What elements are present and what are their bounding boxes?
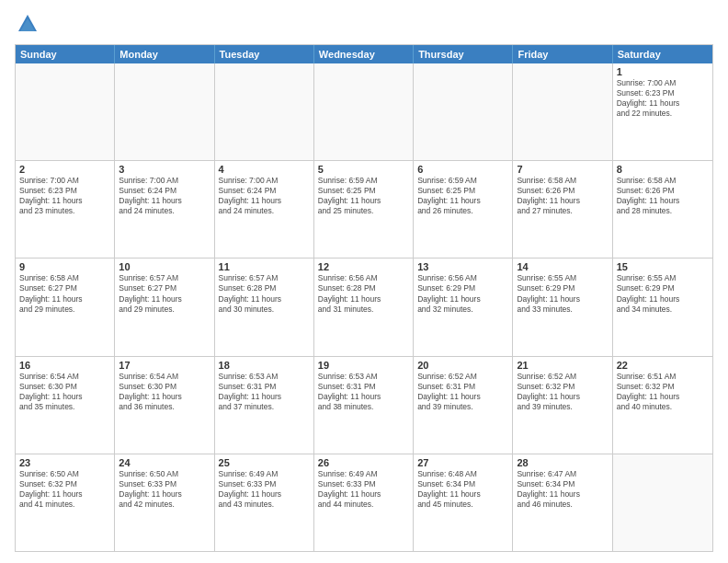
day-cell-14: 14Sunrise: 6:55 AM Sunset: 6:29 PM Dayli… xyxy=(513,259,612,355)
day-info: Sunrise: 6:52 AM Sunset: 6:32 PM Dayligh… xyxy=(517,372,608,412)
calendar-row-1: 2Sunrise: 7:00 AM Sunset: 6:23 PM Daylig… xyxy=(16,160,712,258)
day-cell-5: 5Sunrise: 6:59 AM Sunset: 6:25 PM Daylig… xyxy=(314,161,414,258)
day-info: Sunrise: 6:58 AM Sunset: 6:26 PM Dayligh… xyxy=(517,176,608,216)
day-cell-28: 28Sunrise: 6:47 AM Sunset: 6:34 PM Dayli… xyxy=(513,454,612,551)
day-info: Sunrise: 6:49 AM Sunset: 6:33 PM Dayligh… xyxy=(318,469,409,510)
day-cell-13: 13Sunrise: 6:56 AM Sunset: 6:29 PM Dayli… xyxy=(414,259,513,355)
day-cell-8: 8Sunrise: 6:58 AM Sunset: 6:26 PM Daylig… xyxy=(613,161,712,258)
day-info: Sunrise: 6:52 AM Sunset: 6:31 PM Dayligh… xyxy=(417,372,508,412)
day-number: 4 xyxy=(219,164,310,175)
day-number: 24 xyxy=(119,457,210,468)
empty-cell-0-4 xyxy=(414,63,513,160)
header xyxy=(15,11,713,37)
calendar-row-3: 16Sunrise: 6:54 AM Sunset: 6:30 PM Dayli… xyxy=(16,356,712,454)
day-info: Sunrise: 6:49 AM Sunset: 6:33 PM Dayligh… xyxy=(219,469,310,510)
header-day-monday: Monday xyxy=(115,45,214,63)
day-number: 8 xyxy=(617,164,709,175)
day-cell-24: 24Sunrise: 6:50 AM Sunset: 6:33 PM Dayli… xyxy=(115,454,214,551)
logo xyxy=(15,11,44,37)
day-cell-26: 26Sunrise: 6:49 AM Sunset: 6:33 PM Dayli… xyxy=(314,454,414,551)
calendar: SundayMondayTuesdayWednesdayThursdayFrid… xyxy=(15,44,713,552)
day-number: 23 xyxy=(19,457,110,468)
day-number: 19 xyxy=(318,360,409,371)
header-day-tuesday: Tuesday xyxy=(215,45,314,63)
day-number: 6 xyxy=(417,164,508,175)
day-cell-16: 16Sunrise: 6:54 AM Sunset: 6:30 PM Dayli… xyxy=(16,357,115,454)
day-number: 12 xyxy=(318,261,409,272)
empty-cell-0-1 xyxy=(115,63,214,160)
empty-cell-4-6 xyxy=(613,454,712,551)
day-cell-19: 19Sunrise: 6:53 AM Sunset: 6:31 PM Dayli… xyxy=(314,357,414,454)
day-info: Sunrise: 6:57 AM Sunset: 6:27 PM Dayligh… xyxy=(119,273,210,314)
day-info: Sunrise: 6:58 AM Sunset: 6:27 PM Dayligh… xyxy=(19,273,110,314)
day-cell-23: 23Sunrise: 6:50 AM Sunset: 6:32 PM Dayli… xyxy=(16,454,115,551)
day-cell-7: 7Sunrise: 6:58 AM Sunset: 6:26 PM Daylig… xyxy=(513,161,612,258)
day-cell-18: 18Sunrise: 6:53 AM Sunset: 6:31 PM Dayli… xyxy=(215,357,314,454)
day-cell-4: 4Sunrise: 7:00 AM Sunset: 6:24 PM Daylig… xyxy=(215,161,314,258)
logo-icon xyxy=(15,11,40,37)
day-info: Sunrise: 6:51 AM Sunset: 6:32 PM Dayligh… xyxy=(617,372,709,412)
day-number: 20 xyxy=(417,360,508,371)
day-cell-17: 17Sunrise: 6:54 AM Sunset: 6:30 PM Dayli… xyxy=(115,357,214,454)
calendar-body: 1Sunrise: 7:00 AM Sunset: 6:23 PM Daylig… xyxy=(16,63,712,551)
day-info: Sunrise: 6:50 AM Sunset: 6:32 PM Dayligh… xyxy=(19,469,110,510)
day-cell-21: 21Sunrise: 6:52 AM Sunset: 6:32 PM Dayli… xyxy=(513,357,612,454)
calendar-row-2: 9Sunrise: 6:58 AM Sunset: 6:27 PM Daylig… xyxy=(16,258,712,355)
day-info: Sunrise: 6:56 AM Sunset: 6:28 PM Dayligh… xyxy=(318,273,409,314)
page: SundayMondayTuesdayWednesdayThursdayFrid… xyxy=(0,0,728,563)
day-cell-10: 10Sunrise: 6:57 AM Sunset: 6:27 PM Dayli… xyxy=(115,259,214,355)
day-number: 27 xyxy=(417,457,508,468)
day-info: Sunrise: 7:00 AM Sunset: 6:23 PM Dayligh… xyxy=(617,78,709,119)
day-number: 22 xyxy=(617,360,709,371)
day-number: 2 xyxy=(19,164,110,175)
day-number: 17 xyxy=(119,360,210,371)
empty-cell-0-0 xyxy=(16,63,115,160)
day-info: Sunrise: 6:58 AM Sunset: 6:26 PM Dayligh… xyxy=(617,176,709,216)
calendar-row-4: 23Sunrise: 6:50 AM Sunset: 6:32 PM Dayli… xyxy=(16,454,712,551)
empty-cell-0-2 xyxy=(215,63,314,160)
day-info: Sunrise: 7:00 AM Sunset: 6:24 PM Dayligh… xyxy=(119,176,210,216)
header-day-thursday: Thursday xyxy=(414,45,513,63)
header-day-sunday: Sunday xyxy=(16,45,115,63)
day-number: 16 xyxy=(19,360,110,371)
day-cell-12: 12Sunrise: 6:56 AM Sunset: 6:28 PM Dayli… xyxy=(314,259,414,355)
day-number: 26 xyxy=(318,457,409,468)
day-cell-27: 27Sunrise: 6:48 AM Sunset: 6:34 PM Dayli… xyxy=(414,454,513,551)
day-cell-1: 1Sunrise: 7:00 AM Sunset: 6:23 PM Daylig… xyxy=(613,63,712,160)
day-number: 18 xyxy=(219,360,310,371)
day-cell-25: 25Sunrise: 6:49 AM Sunset: 6:33 PM Dayli… xyxy=(215,454,314,551)
day-cell-11: 11Sunrise: 6:57 AM Sunset: 6:28 PM Dayli… xyxy=(215,259,314,355)
day-info: Sunrise: 6:55 AM Sunset: 6:29 PM Dayligh… xyxy=(517,273,608,314)
day-number: 28 xyxy=(517,457,608,468)
day-cell-22: 22Sunrise: 6:51 AM Sunset: 6:32 PM Dayli… xyxy=(613,357,712,454)
day-number: 10 xyxy=(119,261,210,272)
day-cell-6: 6Sunrise: 6:59 AM Sunset: 6:25 PM Daylig… xyxy=(414,161,513,258)
day-info: Sunrise: 6:56 AM Sunset: 6:29 PM Dayligh… xyxy=(417,273,508,314)
day-cell-15: 15Sunrise: 6:55 AM Sunset: 6:29 PM Dayli… xyxy=(613,259,712,355)
day-info: Sunrise: 6:53 AM Sunset: 6:31 PM Dayligh… xyxy=(318,372,409,412)
day-number: 9 xyxy=(19,261,110,272)
day-info: Sunrise: 7:00 AM Sunset: 6:23 PM Dayligh… xyxy=(19,176,110,216)
day-cell-3: 3Sunrise: 7:00 AM Sunset: 6:24 PM Daylig… xyxy=(115,161,214,258)
empty-cell-0-3 xyxy=(314,63,414,160)
day-info: Sunrise: 6:54 AM Sunset: 6:30 PM Dayligh… xyxy=(119,372,210,412)
day-info: Sunrise: 6:57 AM Sunset: 6:28 PM Dayligh… xyxy=(219,273,310,314)
day-number: 5 xyxy=(318,164,409,175)
day-info: Sunrise: 6:59 AM Sunset: 6:25 PM Dayligh… xyxy=(417,176,508,216)
day-info: Sunrise: 6:50 AM Sunset: 6:33 PM Dayligh… xyxy=(119,469,210,510)
day-info: Sunrise: 6:53 AM Sunset: 6:31 PM Dayligh… xyxy=(219,372,310,412)
header-day-friday: Friday xyxy=(513,45,612,63)
day-number: 15 xyxy=(617,261,709,272)
day-number: 1 xyxy=(617,66,709,77)
day-info: Sunrise: 7:00 AM Sunset: 6:24 PM Dayligh… xyxy=(219,176,310,216)
calendar-header: SundayMondayTuesdayWednesdayThursdayFrid… xyxy=(16,45,712,63)
day-number: 7 xyxy=(517,164,608,175)
day-number: 25 xyxy=(219,457,310,468)
day-info: Sunrise: 6:59 AM Sunset: 6:25 PM Dayligh… xyxy=(318,176,409,216)
calendar-row-0: 1Sunrise: 7:00 AM Sunset: 6:23 PM Daylig… xyxy=(16,63,712,160)
day-cell-20: 20Sunrise: 6:52 AM Sunset: 6:31 PM Dayli… xyxy=(414,357,513,454)
day-number: 14 xyxy=(517,261,608,272)
day-number: 21 xyxy=(517,360,608,371)
day-number: 3 xyxy=(119,164,210,175)
header-day-wednesday: Wednesday xyxy=(314,45,414,63)
